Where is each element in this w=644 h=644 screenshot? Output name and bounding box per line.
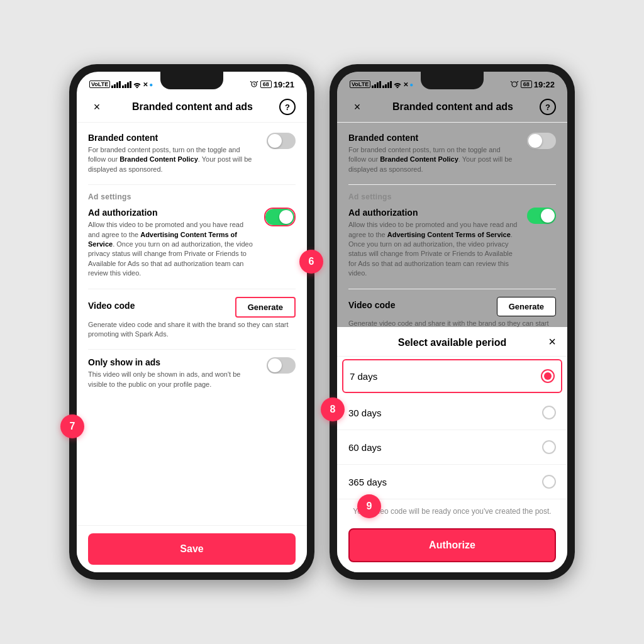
- period-label-60days: 60 days: [348, 442, 382, 453]
- only-show-ads-section: Only show in ads This video will only be…: [88, 357, 296, 389]
- radio-30days[interactable]: [542, 406, 556, 419]
- video-code-label-right: Video code: [348, 300, 395, 310]
- radio-7days[interactable]: [541, 369, 555, 383]
- period-option-7days[interactable]: 7 days: [342, 359, 562, 393]
- ad-auth-toggle-right[interactable]: [527, 208, 556, 224]
- branded-content-toggle[interactable]: [267, 133, 296, 149]
- step-badge-7: 7: [60, 414, 84, 438]
- divider-2-right: [348, 289, 556, 289]
- close-button-left[interactable]: ×: [88, 98, 106, 116]
- close-button-right[interactable]: ×: [348, 98, 366, 116]
- page-title-left: Branded content and ads: [132, 101, 253, 113]
- divider-2: [88, 289, 296, 289]
- ad-auth-desc-right: Allow this video to be promoted and you …: [348, 220, 519, 278]
- radio-60days[interactable]: [542, 440, 556, 454]
- branded-content-label: Branded content: [88, 133, 259, 143]
- step-badge-6: 6: [299, 250, 323, 274]
- battery-icon-right: 68: [521, 80, 532, 88]
- branded-content-section-right: Branded content For branded content post…: [348, 133, 556, 174]
- x-icon-left: ✕: [143, 81, 148, 88]
- step-badge-9: 9: [357, 494, 381, 518]
- ad-settings-label: Ad settings: [88, 192, 296, 201]
- only-show-desc: This video will only be shown in ads, an…: [88, 370, 259, 389]
- ad-auth-section-right: Ad authorization Allow this video to be …: [348, 208, 556, 278]
- ad-auth-desc: Allow this video to be promoted and you …: [88, 220, 257, 278]
- ad-settings-label-right: Ad settings: [348, 192, 556, 201]
- save-bar: Save: [77, 525, 307, 572]
- dot-indicator-right: ●: [409, 81, 413, 88]
- signal-bars-right: [372, 81, 381, 88]
- bottom-sheet-title: Select available period: [398, 337, 507, 348]
- dot-indicator-left: ●: [149, 81, 153, 88]
- period-option-30days[interactable]: 30 days: [337, 396, 567, 430]
- period-label-365days: 365 days: [348, 477, 387, 487]
- network-indicator-right: VoLTE: [350, 80, 370, 88]
- top-nav-left: × Branded content and ads ?: [77, 92, 307, 123]
- period-option-60days[interactable]: 60 days: [337, 430, 567, 465]
- period-label-30days: 30 days: [348, 408, 382, 418]
- bottom-sheet-close[interactable]: ×: [548, 335, 556, 349]
- content-left: Branded content For branded content post…: [77, 123, 307, 525]
- save-button[interactable]: Save: [88, 533, 296, 565]
- ad-authorization-section: Ad authorization Allow this video to be …: [88, 208, 296, 278]
- wifi-icon-left: [133, 81, 142, 88]
- branded-content-desc: For branded content posts, turn on the t…: [88, 145, 259, 174]
- signal-bars2-left: [122, 81, 131, 88]
- only-show-label: Only show in ads: [88, 357, 259, 367]
- generate-button-right[interactable]: Generate: [497, 297, 556, 316]
- video-code-label: Video code: [88, 301, 135, 311]
- ad-auth-label-right: Ad authorization: [348, 208, 519, 218]
- branded-content-section: Branded content For branded content post…: [88, 133, 296, 174]
- time-right: 19:22: [534, 80, 555, 89]
- bottom-sheet-header: Select available period ×: [337, 327, 567, 357]
- help-button-left[interactable]: ?: [279, 99, 296, 115]
- alarm-icon-right: [510, 81, 519, 87]
- video-code-desc: Generate video code and share it with th…: [88, 320, 296, 340]
- wifi-icon-right: [393, 81, 402, 88]
- svg-point-3: [512, 82, 517, 87]
- branded-content-label-right: Branded content: [348, 133, 519, 143]
- step-badge-8: 8: [321, 397, 345, 421]
- battery-icon-left: 68: [260, 80, 272, 88]
- authorize-button[interactable]: Authorize: [348, 528, 556, 562]
- period-label-7days: 7 days: [350, 371, 377, 382]
- page-title-right: Branded content and ads: [392, 101, 513, 113]
- help-button-right[interactable]: ?: [540, 99, 556, 115]
- time-left: 19:21: [274, 80, 294, 89]
- network-indicator-left: VoLTE: [89, 80, 110, 88]
- branded-content-desc-right: For branded content posts, turn on the t…: [348, 145, 519, 174]
- video-code-section: Video code Generate Generate video code …: [88, 297, 296, 340]
- branded-content-toggle-right[interactable]: [527, 133, 556, 149]
- generate-button[interactable]: Generate: [235, 297, 296, 318]
- x-icon-right: ✕: [403, 81, 408, 88]
- only-show-toggle[interactable]: [267, 357, 296, 374]
- ad-auth-label: Ad authorization: [88, 208, 257, 218]
- ad-auth-toggle[interactable]: [265, 209, 294, 225]
- alarm-icon-left: [250, 81, 258, 87]
- bottom-sheet: Select available period × 7 days 30 days…: [337, 327, 567, 572]
- divider-3: [88, 349, 296, 350]
- divider-1-right: [348, 184, 556, 185]
- signal-bars-left: [111, 81, 121, 88]
- signal-bars2-right: [382, 81, 392, 88]
- divider-1: [88, 184, 296, 185]
- radio-365days[interactable]: [542, 475, 556, 489]
- top-nav-right: × Branded content and ads ?: [337, 92, 567, 123]
